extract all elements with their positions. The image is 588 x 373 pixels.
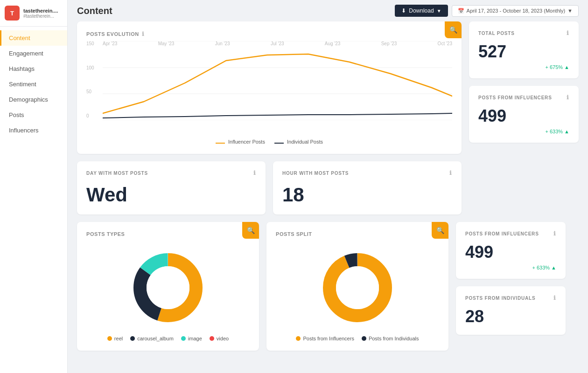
legend-image: image — [181, 336, 202, 341]
hour-most-posts-value: 18 — [282, 184, 452, 206]
avatar: T — [5, 6, 20, 21]
posts-split-title: POSTS SPLIT — [276, 231, 439, 237]
row-day-hour: DAY WITH MOST POSTS ℹ Wed HOUR WITH MOST… — [77, 161, 579, 214]
info-icon-influencers-top[interactable]: ℹ — [567, 94, 569, 101]
posts-evolution-title: POSTS EVOLUTION ℹ — [86, 31, 452, 37]
svg-point-8 — [147, 266, 189, 309]
sidebar-header: T tastetherein.... #tastetherein... — [0, 0, 67, 27]
posts-types-title: POSTS TYPES — [86, 231, 250, 237]
donut-split-svg — [318, 248, 397, 327]
content-area: 🔍 POSTS EVOLUTION ℹ 150 100 50 0 — [68, 21, 588, 360]
legend-circle-influencer — [296, 336, 301, 341]
sidebar-item-sentiment[interactable]: Sentiment — [0, 76, 67, 92]
info-icon-individuals[interactable]: ℹ — [553, 295, 556, 301]
chevron-down-icon: ▼ — [437, 8, 441, 14]
posts-influencers-label-bottom: POSTS FROM INFLUENCERS ℹ — [465, 230, 556, 237]
legend-dot-dark — [274, 143, 284, 144]
total-posts-label: TOTAL POSTS ℹ — [478, 30, 569, 36]
chart-svg-area — [103, 41, 452, 120]
chevron-down-icon-date: ▼ — [567, 8, 573, 14]
info-icon-day[interactable]: ℹ — [253, 170, 256, 176]
legend-circle-reel — [107, 336, 112, 341]
posts-individuals-card: POSTS FROM INDIVIDUALS ℹ 28 — [456, 286, 566, 335]
main-content: Content ⬇ Download ▼ 📅 April 17, 2023 - … — [68, 0, 588, 373]
posts-influencers-label-top: POSTS FROM INFLUENCERS ℹ — [478, 94, 569, 101]
legend-carousel: carousel_album — [130, 336, 174, 341]
donut-split-legend: Posts from Influencers Posts from Indivi… — [276, 336, 439, 341]
search-badge[interactable]: 🔍 — [445, 21, 462, 38]
row-bottom: 🔍 POSTS TYPES — [77, 222, 579, 351]
posts-influencers-value-top: 499 — [478, 106, 569, 126]
sidebar-item-hashtags[interactable]: Hashtags — [0, 61, 67, 76]
row-evolution: 🔍 POSTS EVOLUTION ℹ 150 100 50 0 — [77, 21, 579, 154]
calendar-icon: 📅 — [458, 8, 464, 14]
posts-influencers-change-bottom: + 633% ▲ — [465, 265, 556, 270]
posts-influencers-value-bottom: 499 — [465, 242, 556, 262]
date-range-label: April 17, 2023 - October 18, 2023 (Month… — [467, 8, 566, 14]
info-icon-influencers-bottom[interactable]: ℹ — [553, 230, 556, 237]
download-label: Download — [409, 7, 434, 14]
y-axis-labels: 150 100 50 0 — [86, 41, 94, 120]
sidebar-handle: #tastetherein... — [23, 14, 58, 19]
legend-dot-orange — [216, 143, 225, 144]
total-posts-value: 527 — [478, 42, 569, 62]
chart-wrapper: 150 100 50 0 — [86, 41, 452, 134]
sidebar-item-posts[interactable]: Posts — [0, 107, 67, 123]
posts-split-card: 🔍 POSTS SPLIT Posts from Influence — [266, 222, 448, 351]
info-icon[interactable]: ℹ — [142, 31, 145, 37]
donut-split-wrapper — [276, 239, 439, 332]
user-info: tastetherein.... #tastetherein... — [23, 8, 58, 19]
sidebar-item-demographics[interactable]: Demographics — [0, 92, 67, 107]
legend-video: video — [210, 336, 229, 341]
day-most-posts-value: Wed — [86, 184, 256, 206]
search-badge-split[interactable]: 🔍 — [432, 222, 448, 239]
posts-influencers-change-top: + 633% ▲ — [478, 129, 569, 134]
posts-types-card: 🔍 POSTS TYPES — [77, 222, 259, 351]
donut-types-legend: reel carousel_album image video — [86, 336, 250, 341]
sidebar-item-content[interactable]: Content — [0, 30, 67, 46]
day-most-posts-card: DAY WITH MOST POSTS ℹ Wed — [77, 161, 266, 214]
info-icon-total[interactable]: ℹ — [567, 30, 569, 36]
page-title: Content — [77, 6, 112, 16]
download-button[interactable]: ⬇ Download ▼ — [395, 5, 448, 17]
posts-influencers-card-bottom: POSTS FROM INFLUENCERS ℹ 499 + 633% ▲ — [456, 222, 566, 279]
chart-legend: Influencer Posts Individual Posts — [86, 139, 452, 145]
legend-circle-video — [210, 336, 214, 341]
info-icon-hour[interactable]: ℹ — [449, 170, 452, 176]
posts-individuals-label: POSTS FROM INDIVIDUALS ℹ — [465, 295, 556, 301]
posts-evolution-card: 🔍 POSTS EVOLUTION ℹ 150 100 50 0 — [77, 21, 462, 154]
sidebar-item-engagement[interactable]: Engagement — [0, 46, 67, 61]
search-badge-types[interactable]: 🔍 — [242, 222, 259, 239]
spacer — [469, 161, 579, 214]
legend-reel: reel — [107, 336, 123, 341]
donut-types-svg — [128, 248, 208, 327]
total-posts-change: + 675% ▲ — [478, 64, 569, 70]
date-filter[interactable]: 📅 April 17, 2023 - October 18, 2023 (Mon… — [452, 5, 579, 17]
sidebar: T tastetherein.... #tastetherein... Cont… — [0, 0, 68, 373]
sidebar-nav: Content Engagement Hashtags Sentiment De… — [0, 27, 67, 142]
line-chart-svg — [103, 41, 452, 120]
svg-point-11 — [336, 266, 379, 309]
bottom-stats-col: POSTS FROM INFLUENCERS ℹ 499 + 633% ▲ PO… — [456, 222, 566, 351]
legend-circle-individual — [362, 336, 366, 341]
day-most-posts-label: DAY WITH MOST POSTS ℹ — [86, 170, 256, 176]
donut-types-wrapper — [86, 239, 250, 332]
stats-column: TOTAL POSTS ℹ 527 + 675% ▲ POSTS FROM IN… — [469, 21, 579, 154]
download-icon: ⬇ — [401, 7, 406, 14]
total-posts-card: TOTAL POSTS ℹ 527 + 675% ▲ — [469, 21, 579, 78]
topbar-actions: ⬇ Download ▼ 📅 April 17, 2023 - October … — [395, 5, 579, 17]
sidebar-username: tastetherein.... — [23, 8, 58, 14]
legend-individual-posts: Posts from Individuals — [362, 336, 419, 341]
topbar: Content ⬇ Download ▼ 📅 April 17, 2023 - … — [68, 0, 588, 21]
legend-influencer-posts: Posts from Influencers — [296, 336, 354, 341]
posts-individuals-value: 28 — [465, 307, 556, 326]
sidebar-item-influencers[interactable]: Influencers — [0, 123, 67, 138]
posts-influencers-card-top: POSTS FROM INFLUENCERS ℹ 499 + 633% ▲ — [469, 86, 579, 143]
hour-most-posts-card: HOUR WITH MOST POSTS ℹ 18 — [273, 161, 462, 214]
legend-circle-image — [181, 336, 186, 341]
hour-most-posts-label: HOUR WITH MOST POSTS ℹ — [282, 170, 452, 176]
legend-circle-carousel — [130, 336, 135, 341]
